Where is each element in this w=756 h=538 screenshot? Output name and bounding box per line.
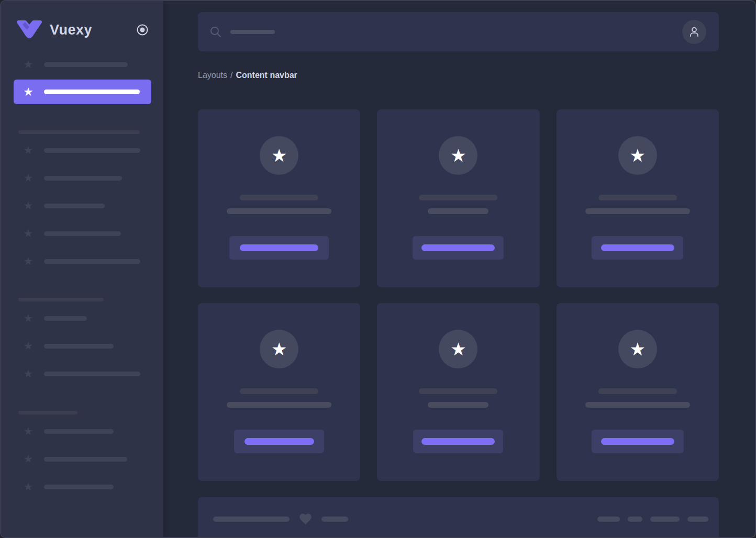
radio-circle-icon <box>136 23 149 37</box>
star-icon: ★ <box>22 340 35 352</box>
heart-icon[interactable] <box>298 512 313 526</box>
star-icon: ★ <box>271 147 287 164</box>
card: ★ <box>198 109 360 287</box>
breadcrumb-parent[interactable]: Layouts <box>198 71 227 80</box>
star-icon: ★ <box>22 255 35 267</box>
sidebar-menu-item[interactable]: ★ <box>1 227 163 240</box>
sidebar-menu: ★ ★ ★ ★ ★ ★ <box>1 58 163 493</box>
star-avatar: ★ <box>618 136 657 175</box>
chip-skeleton <box>687 517 708 522</box>
menu-label-skeleton <box>44 485 114 489</box>
footer-card <box>198 497 719 537</box>
star-avatar: ★ <box>439 330 477 368</box>
sidebar-menu-item[interactable]: ★ <box>1 480 163 493</box>
card-action-button[interactable] <box>229 236 329 260</box>
text-line-skeleton <box>428 208 488 214</box>
star-avatar: ★ <box>439 136 477 175</box>
star-icon: ★ <box>630 340 646 358</box>
star-icon: ★ <box>22 480 35 493</box>
brand-title: Vuexy <box>50 22 92 38</box>
text-line-skeleton <box>419 388 497 394</box>
sidebar-menu-item[interactable]: ★ <box>1 172 163 184</box>
button-label-skeleton <box>240 244 318 251</box>
menu-label-skeleton <box>44 62 128 67</box>
card: ★ <box>377 109 539 287</box>
star-icon: ★ <box>22 425 35 438</box>
star-icon: ★ <box>450 147 466 164</box>
text-line-skeleton <box>598 195 677 200</box>
sidebar-menu-item[interactable]: ★ <box>1 312 163 324</box>
menu-label-skeleton <box>44 176 122 181</box>
card-action-button[interactable] <box>413 236 504 260</box>
menu-label-skeleton <box>44 204 105 208</box>
menu-label-skeleton <box>44 231 121 236</box>
text-line-skeleton <box>419 195 497 200</box>
card: ★ <box>198 303 360 481</box>
button-label-skeleton <box>244 438 314 445</box>
sidebar: Vuexy ★ ★ ★ <box>1 1 163 537</box>
sidebar-pin-toggle[interactable] <box>135 23 150 37</box>
footer-actions-skeleton <box>597 517 708 522</box>
text-line-skeleton <box>240 195 318 200</box>
star-icon: ★ <box>22 58 35 71</box>
vuexy-logo-icon <box>16 19 43 40</box>
star-icon: ★ <box>22 199 35 212</box>
star-icon: ★ <box>630 147 646 164</box>
star-icon: ★ <box>22 453 35 465</box>
button-label-skeleton <box>601 244 674 251</box>
text-line-skeleton <box>227 402 331 408</box>
main-content: Layouts/Content navbar ★ ★ <box>163 1 755 537</box>
card-grid: ★ ★ ★ <box>198 109 719 481</box>
sidebar-menu-item[interactable]: ★ <box>1 58 163 71</box>
menu-label-skeleton <box>44 148 140 153</box>
star-icon: ★ <box>22 227 35 240</box>
star-icon: ★ <box>22 367 35 380</box>
text-line-skeleton <box>213 517 290 522</box>
text-line-skeleton <box>227 208 331 214</box>
text-line-skeleton <box>321 517 348 522</box>
sidebar-menu-item[interactable]: ★ <box>1 425 163 438</box>
sidebar-menu-item[interactable]: ★ <box>1 453 163 465</box>
card-action-button[interactable] <box>592 430 684 453</box>
user-avatar[interactable] <box>682 20 706 44</box>
card-action-button[interactable] <box>592 236 683 260</box>
menu-label-skeleton <box>44 457 127 462</box>
sidebar-menu-item[interactable]: ★ <box>1 144 163 156</box>
text-line-skeleton <box>585 402 690 408</box>
sidebar-menu-item[interactable]: ★ <box>1 199 163 212</box>
star-icon: ★ <box>271 340 287 358</box>
card: ★ <box>557 303 719 481</box>
chip-skeleton <box>650 517 680 522</box>
search-icon <box>209 26 222 38</box>
star-icon: ★ <box>22 312 35 324</box>
search-placeholder-skeleton <box>230 30 275 34</box>
card: ★ <box>377 303 539 481</box>
star-avatar: ★ <box>260 136 298 175</box>
sidebar-menu-item-active[interactable]: ★ <box>14 80 151 104</box>
star-icon: ★ <box>22 86 35 98</box>
breadcrumb-current: Content navbar <box>236 71 297 80</box>
sidebar-menu-item[interactable]: ★ <box>1 255 163 267</box>
menu-label-skeleton <box>44 89 140 94</box>
search-input[interactable] <box>209 26 682 38</box>
person-icon <box>687 25 701 39</box>
footer-card-row <box>213 512 708 526</box>
text-line-skeleton <box>240 388 318 394</box>
card-action-button[interactable] <box>234 430 324 453</box>
star-icon: ★ <box>450 340 466 358</box>
chip-skeleton <box>597 517 620 522</box>
menu-section-header-skeleton <box>18 298 104 301</box>
top-navbar <box>198 12 719 51</box>
button-label-skeleton <box>421 244 495 251</box>
menu-section-header-skeleton <box>18 130 140 134</box>
menu-section-header-skeleton <box>18 411 77 414</box>
star-avatar: ★ <box>260 330 298 368</box>
sidebar-menu-item[interactable]: ★ <box>1 367 163 380</box>
sidebar-header: Vuexy <box>1 1 163 45</box>
star-icon: ★ <box>22 144 35 156</box>
sidebar-menu-item[interactable]: ★ <box>1 340 163 352</box>
card: ★ <box>557 109 719 287</box>
menu-label-skeleton <box>44 344 114 349</box>
card-action-button[interactable] <box>413 430 503 453</box>
app-window: Vuexy ★ ★ ★ <box>0 0 756 538</box>
